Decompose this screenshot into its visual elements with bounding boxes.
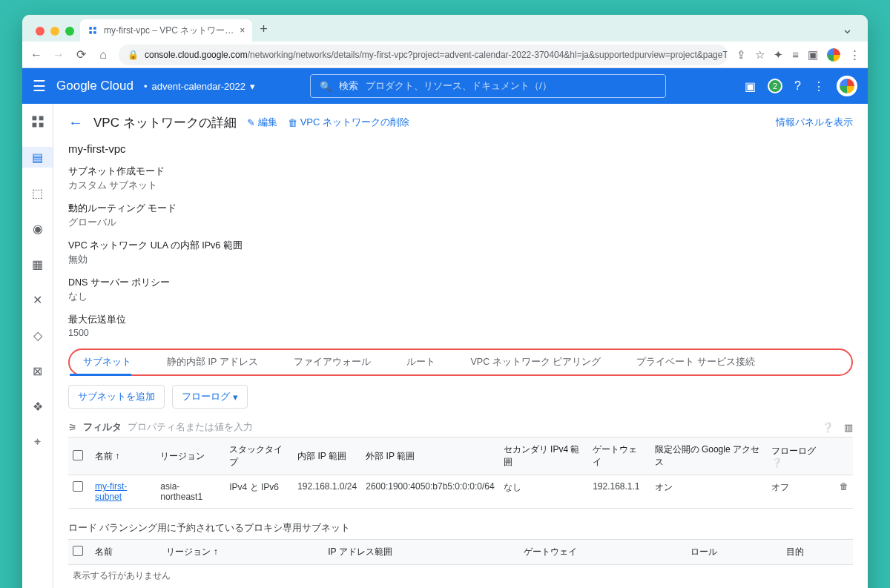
table-row: my-first-subnet asia-northeast1 IPv4 と I…: [68, 475, 853, 509]
field-mtu-label: 最大伝送単位: [68, 314, 853, 326]
tab-firewall[interactable]: ファイアウォール: [280, 356, 371, 369]
proxy-subnets-table: 名前 リージョン ↑ IP アドレス範囲 ゲートウェイ ロール 目的: [68, 539, 853, 565]
add-subnet-button[interactable]: サブネットを追加: [68, 385, 165, 409]
select-all-checkbox[interactable]: [73, 450, 83, 460]
gcp-logo[interactable]: Google Cloud: [56, 79, 134, 93]
side-nav: ▤ ⬚ ◉ ▦ ✕ ◇ ⊠ ❖ ⌖ ▷: [22, 104, 53, 588]
lock-icon: 🔒: [128, 50, 139, 60]
gcp-top-bar: ☰ Google Cloud • advent-calendar-2022 ▾ …: [22, 68, 868, 104]
notifications-badge[interactable]: 2: [768, 79, 782, 93]
svg-rect-5: [39, 116, 43, 121]
close-tab-icon[interactable]: ×: [240, 25, 245, 36]
new-tab-button[interactable]: +: [252, 22, 275, 42]
profile-avatar-icon[interactable]: [827, 48, 840, 62]
subnet-name-link[interactable]: my-first-subnet: [95, 481, 127, 502]
extensions-icon[interactable]: ✦: [774, 48, 783, 62]
sidenav-packet-mirror-icon[interactable]: ⌖: [22, 432, 53, 452]
tab-private-service[interactable]: プライベート サービス接続: [623, 356, 754, 369]
tab-peering[interactable]: VPC ネットワーク ピアリング: [458, 356, 601, 369]
field-dns-value: なし: [68, 291, 853, 303]
svg-rect-4: [32, 116, 36, 121]
delete-row-icon[interactable]: 🗑: [840, 481, 848, 492]
page-title: VPC ネットワークの詳細: [93, 114, 237, 131]
delete-button[interactable]: 🗑 VPC ネットワークの削除: [288, 116, 409, 129]
more-icon[interactable]: ⋮: [813, 79, 825, 93]
browser-tab[interactable]: my-first-vpc – VPC ネットワー… ×: [80, 19, 252, 42]
select-all-checkbox-2[interactable]: [73, 546, 83, 556]
ext-square-icon[interactable]: ▣: [808, 48, 818, 62]
gcp-search[interactable]: 🔍 検索 プロダクト、リソース、ドキュメント（/）: [310, 74, 666, 98]
sidenav-routes-icon[interactable]: ✕: [22, 289, 53, 310]
svg-rect-2: [89, 31, 92, 34]
sidenav-peering-icon[interactable]: ◇: [22, 325, 53, 346]
reading-list-icon[interactable]: ≡: [792, 48, 799, 61]
nav-reload-icon[interactable]: ⟳: [74, 47, 88, 62]
tab-routes[interactable]: ルート: [393, 356, 435, 369]
tab-subnets[interactable]: サブネット: [70, 356, 131, 376]
field-ula-value: 無効: [68, 254, 853, 266]
show-info-panel-button[interactable]: 情報パネルを表示: [776, 116, 853, 129]
project-picker[interactable]: • advent-calendar-2022 ▾: [144, 81, 255, 92]
proxy-subnet-title: ロード バランシング用に予約されているプロキシ専用サブネット: [68, 522, 853, 535]
nav-back-icon[interactable]: ←: [30, 48, 43, 62]
window-chevron-icon[interactable]: ⌄: [834, 21, 860, 42]
browser-tab-bar: my-first-vpc – VPC ネットワー… × + ⌄: [22, 15, 868, 42]
sidenav-serverless-icon[interactable]: ❖: [22, 396, 53, 417]
bookmark-icon[interactable]: ☆: [755, 48, 765, 62]
back-button[interactable]: ←: [68, 114, 83, 131]
browser-toolbar: ← → ⟳ ⌂ 🔒 console.cloud.google.com/netwo…: [22, 42, 868, 68]
address-bar[interactable]: 🔒 console.cloud.google.com/networking/ne…: [119, 44, 728, 65]
filter-icon: ⚞: [68, 422, 77, 433]
browser-menu-icon[interactable]: ⋮: [849, 48, 860, 62]
details-tabs: サブネット 静的内部 IP アドレス ファイアウォール ルート VPC ネットワ…: [68, 348, 853, 376]
row-checkbox[interactable]: [73, 481, 83, 492]
svg-rect-7: [39, 123, 43, 128]
sidenav-external-ip-icon[interactable]: ⬚: [22, 182, 53, 203]
filter-input[interactable]: プロパティ名または値を入力: [128, 420, 253, 434]
filter-bar: ⚞ フィルタ プロパティ名または値を入力 ❔ ▥: [68, 417, 853, 437]
field-mtu-value: 1500: [68, 328, 853, 338]
tab-static-ip[interactable]: 静的内部 IP アドレス: [154, 356, 258, 369]
sidenav-shared-vpc-icon[interactable]: ⊠: [22, 360, 53, 381]
sidenav-vpc-icon[interactable]: ▤: [22, 147, 53, 168]
field-subnet-mode-value: カスタム サブネット: [68, 179, 853, 192]
help-icon[interactable]: ?: [794, 79, 801, 93]
field-dns-label: DNS サーバー ポリシー: [68, 277, 853, 289]
search-icon: 🔍: [320, 81, 332, 92]
tab-title: my-first-vpc – VPC ネットワー…: [104, 24, 234, 37]
nav-home-icon[interactable]: ⌂: [96, 48, 110, 62]
filter-label: フィルタ: [83, 420, 122, 434]
hamburger-icon[interactable]: ☰: [33, 77, 46, 95]
field-routing-mode-value: グローバル: [68, 217, 853, 229]
svg-rect-0: [89, 27, 92, 30]
nav-forward-icon: →: [52, 48, 65, 62]
sidenav-product-icon[interactable]: [22, 111, 53, 132]
no-rows-message: 表示する行がありません: [68, 565, 853, 582]
sidenav-byoip-icon[interactable]: ◉: [22, 218, 53, 239]
vpc-tab-icon: [88, 25, 98, 36]
share-icon[interactable]: ⇪: [736, 48, 746, 62]
field-subnet-mode-label: サブネット作成モード: [68, 165, 853, 178]
vpc-name: my-first-vpc: [68, 142, 853, 155]
field-routing-mode-label: 動的ルーティング モード: [68, 202, 853, 215]
window-controls[interactable]: [30, 27, 80, 42]
svg-rect-1: [93, 27, 96, 30]
flowlog-dropdown[interactable]: フローログ ▾: [172, 385, 248, 409]
cloud-shell-icon[interactable]: ▣: [745, 79, 756, 93]
sidenav-firewall-icon[interactable]: ▦: [22, 254, 53, 274]
help-column-icon[interactable]: ❔: [822, 422, 834, 433]
field-ula-label: VPC ネットワーク ULA の内部 IPv6 範囲: [68, 240, 853, 252]
page-header: ← VPC ネットワークの詳細 ✎ 編集 🗑 VPC ネットワークの削除 情報パ…: [68, 104, 853, 141]
account-avatar[interactable]: [837, 76, 857, 96]
edit-button[interactable]: ✎ 編集: [247, 116, 277, 129]
subnets-table: 名前 ↑ リージョン スタックタイプ 内部 IP 範囲 外部 IP 範囲 セカン…: [68, 437, 853, 509]
svg-rect-6: [32, 123, 36, 128]
column-settings-icon[interactable]: ▥: [844, 422, 853, 433]
svg-rect-3: [93, 31, 96, 34]
